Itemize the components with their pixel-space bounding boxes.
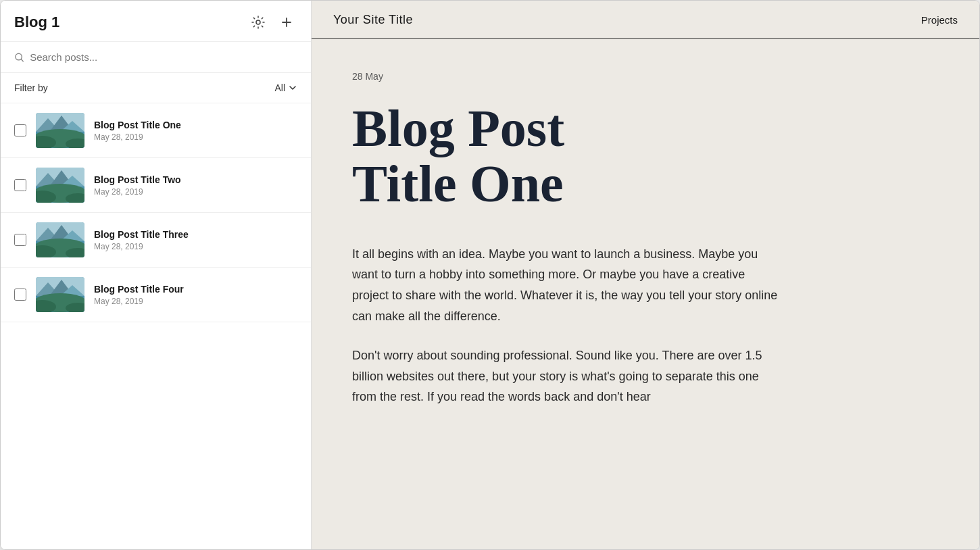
projects-link[interactable]: Projects (921, 14, 958, 26)
post-checkbox[interactable] (14, 179, 26, 191)
post-thumbnail (36, 113, 84, 148)
app-window: Blog 1 (0, 0, 980, 550)
post-title: Blog Post Title Three (94, 229, 297, 240)
blog-title: Blog 1 (14, 14, 59, 31)
right-panel: Your Site Title Projects 28 May Blog Pos… (312, 1, 979, 549)
left-panel: Blog 1 (1, 1, 312, 549)
list-item[interactable]: Blog Post Title Two May 28, 2019 (1, 158, 311, 213)
search-input[interactable] (30, 51, 297, 63)
post-info: Blog Post Title One May 28, 2019 (94, 120, 297, 142)
svg-point-0 (256, 20, 260, 24)
right-header: Your Site Title Projects (312, 1, 979, 39)
list-item[interactable]: Blog Post Title One May 28, 2019 (1, 103, 311, 158)
filter-dropdown[interactable]: All (274, 82, 297, 93)
post-date: May 28, 2019 (94, 187, 297, 197)
plus-icon (280, 16, 293, 29)
post-checkbox[interactable] (14, 289, 26, 301)
gear-icon (251, 16, 265, 29)
post-info: Blog Post Title Two May 28, 2019 (94, 174, 297, 197)
search-bar (1, 42, 311, 73)
post-title: Blog Post Title Four (94, 284, 297, 295)
post-list: Blog Post Title One May 28, 2019 (1, 103, 311, 549)
article-title-line1: Blog Post (352, 99, 564, 157)
chevron-down-icon (288, 83, 297, 93)
list-item[interactable]: Blog Post Title Three May 28, 2019 (1, 213, 311, 268)
header-actions (247, 13, 297, 32)
post-date: May 28, 2019 (94, 297, 297, 306)
post-thumbnail (36, 222, 84, 257)
post-checkbox[interactable] (14, 124, 26, 136)
filter-label: Filter by (14, 82, 48, 93)
article-body: It all begins with an idea. Maybe you wa… (352, 244, 785, 407)
post-date: May 28, 2019 (94, 132, 297, 142)
search-icon (14, 52, 24, 63)
article-para-1: It all begins with an idea. Maybe you wa… (352, 244, 785, 326)
filter-bar: Filter by All (1, 73, 311, 103)
site-title: Your Site Title (333, 13, 413, 27)
post-title: Blog Post Title One (94, 120, 297, 130)
article-date: 28 May (352, 71, 939, 82)
left-header: Blog 1 (1, 1, 311, 42)
post-date: May 28, 2019 (94, 242, 297, 251)
article-content: 28 May Blog Post Title One It all begins… (312, 39, 979, 549)
post-info: Blog Post Title Three May 28, 2019 (94, 229, 297, 251)
list-item[interactable]: Blog Post Title Four May 28, 2019 (1, 268, 311, 322)
post-thumbnail (36, 277, 84, 312)
post-thumbnail (36, 168, 84, 203)
add-button[interactable] (276, 13, 297, 32)
article-title: Blog Post Title One (352, 101, 812, 211)
filter-selected-value: All (274, 82, 285, 93)
post-info: Blog Post Title Four May 28, 2019 (94, 284, 297, 306)
gear-button[interactable] (247, 13, 269, 32)
post-checkbox[interactable] (14, 234, 26, 246)
article-para-2: Don't worry about sounding professional.… (352, 345, 785, 407)
article-title-line2: Title One (352, 154, 564, 213)
post-title: Blog Post Title Two (94, 174, 297, 185)
